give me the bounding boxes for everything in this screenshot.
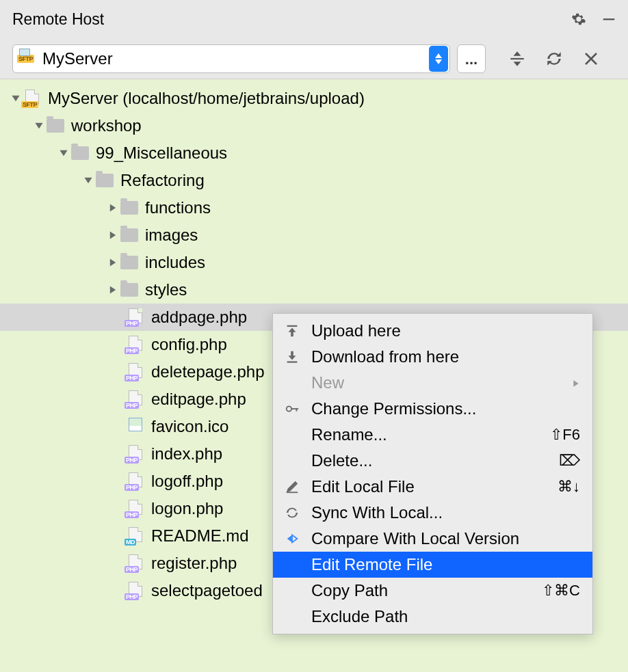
svg-marker-15: [110, 286, 116, 293]
menu-label: Edit Remote File: [311, 555, 432, 574]
tree-root[interactable]: SFTP MyServer (localhost/home/jetbrains/…: [0, 85, 628, 112]
tree-label: README.md: [151, 526, 249, 546]
chevron-right-icon[interactable]: [105, 228, 120, 243]
svg-rect-22: [291, 408, 298, 409]
tree-label: index.php: [151, 444, 222, 463]
tree-label: workshop: [71, 116, 142, 135]
folder-icon: [120, 201, 138, 215]
svg-marker-26: [292, 535, 297, 543]
chevron-right-icon[interactable]: [105, 255, 120, 270]
menu-sync-with-local[interactable]: Sync With Local...: [273, 500, 592, 526]
svg-marker-25: [287, 535, 292, 543]
tree-folder[interactable]: includes: [0, 249, 628, 276]
more-button[interactable]: ...: [457, 44, 486, 73]
menu-label: Edit Local File: [311, 477, 415, 496]
menu-download-from-here[interactable]: Download from here: [273, 344, 592, 370]
php-file-icon: PHP: [127, 390, 144, 408]
tree-label: deletepage.php: [151, 362, 265, 381]
upload-icon: [283, 323, 302, 338]
close-icon[interactable]: [581, 49, 601, 68]
chevron-right-icon[interactable]: [105, 200, 120, 215]
image-file-icon: [127, 418, 144, 435]
php-file-icon: PHP: [127, 363, 144, 381]
tree-label: Refactoring: [120, 171, 205, 190]
svg-marker-4: [514, 51, 521, 56]
chevron-right-icon[interactable]: [105, 282, 120, 297]
tree-label: selectpagetoed: [151, 581, 263, 600]
svg-marker-14: [110, 258, 116, 266]
tree-label: favicon.ico: [151, 417, 228, 436]
svg-marker-8: [12, 96, 19, 101]
refresh-icon[interactable]: [545, 49, 564, 68]
svg-marker-19: [289, 351, 296, 360]
server-name: MyServer: [42, 49, 113, 68]
menu-label: Delete...: [311, 451, 372, 470]
php-file-icon: PHP: [127, 554, 144, 572]
folder-icon: [120, 228, 138, 242]
menu-copy-path[interactable]: Copy Path ⇧⌘C: [273, 578, 592, 604]
menu-label: New: [311, 373, 344, 392]
php-file-icon: PHP: [127, 445, 144, 463]
menu-edit-local-file[interactable]: Edit Local File ⌘↓: [273, 474, 592, 500]
shortcut: ⇧⌘C: [542, 582, 580, 600]
menu-compare-with-local[interactable]: Compare With Local Version: [273, 526, 592, 552]
tree-folder-workshop[interactable]: workshop: [0, 112, 628, 139]
tree-folder[interactable]: functions: [0, 194, 628, 221]
key-icon: [283, 401, 302, 416]
svg-marker-17: [289, 327, 296, 336]
svg-marker-9: [35, 123, 42, 129]
tree-folder[interactable]: images: [0, 221, 628, 249]
tree-label: styles: [145, 280, 187, 299]
tree-folder-misc[interactable]: 99_Miscellaneous: [0, 139, 628, 167]
tree-label: logoff.php: [151, 472, 223, 491]
tree-label: register.php: [151, 554, 237, 573]
tree-label: editpage.php: [151, 390, 246, 409]
folder-icon: [47, 119, 64, 133]
menu-edit-remote-file[interactable]: Edit Remote File: [273, 552, 592, 578]
collapse-icon[interactable]: [508, 49, 527, 68]
menu-rename[interactable]: Rename... ⇧F6: [273, 422, 592, 448]
download-icon: [283, 349, 302, 364]
svg-rect-24: [287, 492, 298, 493]
gear-icon[interactable]: [571, 11, 587, 27]
tree-label: logon.php: [151, 499, 223, 518]
tree-label: images: [145, 226, 198, 245]
dropdown-arrows-icon[interactable]: [429, 46, 448, 72]
shortcut: ⌦: [559, 452, 580, 470]
menu-change-permissions[interactable]: Change Permissions...: [273, 396, 592, 422]
php-file-icon: PHP: [127, 500, 144, 518]
svg-marker-10: [60, 150, 67, 156]
svg-marker-12: [110, 204, 116, 211]
svg-rect-0: [603, 18, 615, 20]
menu-new: New: [273, 370, 592, 396]
svg-marker-20: [573, 380, 578, 387]
menu-label: Rename...: [311, 425, 387, 444]
server-dropdown[interactable]: SFTP MyServer: [12, 44, 450, 73]
svg-point-21: [287, 406, 291, 411]
menu-label: Copy Path: [311, 581, 388, 600]
shortcut: ⇧F6: [550, 426, 580, 444]
chevron-down-icon[interactable]: [81, 173, 96, 188]
tree-label: 99_Miscellaneous: [96, 144, 227, 163]
chevron-down-icon[interactable]: [56, 146, 71, 161]
svg-rect-23: [296, 408, 298, 412]
chevron-down-icon[interactable]: [31, 118, 47, 133]
menu-label: Change Permissions...: [311, 399, 476, 418]
minimize-icon[interactable]: [601, 11, 617, 27]
tree-folder-refactoring[interactable]: Refactoring: [0, 167, 628, 194]
compare-icon: [283, 531, 302, 546]
menu-exclude-path[interactable]: Exclude Path: [273, 604, 592, 630]
php-file-icon: PHP: [127, 308, 144, 326]
panel-title: Remote Host: [12, 10, 571, 29]
svg-rect-16: [287, 325, 298, 327]
menu-delete[interactable]: Delete... ⌦: [273, 448, 592, 474]
menu-upload-here[interactable]: Upload here: [273, 318, 592, 344]
php-file-icon: PHP: [127, 582, 144, 600]
tree-folder[interactable]: styles: [0, 276, 628, 304]
tree-label: includes: [145, 253, 205, 272]
svg-rect-3: [510, 57, 524, 59]
svg-marker-13: [110, 231, 116, 239]
svg-marker-2: [435, 59, 442, 64]
context-menu: Upload here Download from here New Chang…: [272, 313, 593, 634]
menu-label: Sync With Local...: [311, 503, 443, 522]
